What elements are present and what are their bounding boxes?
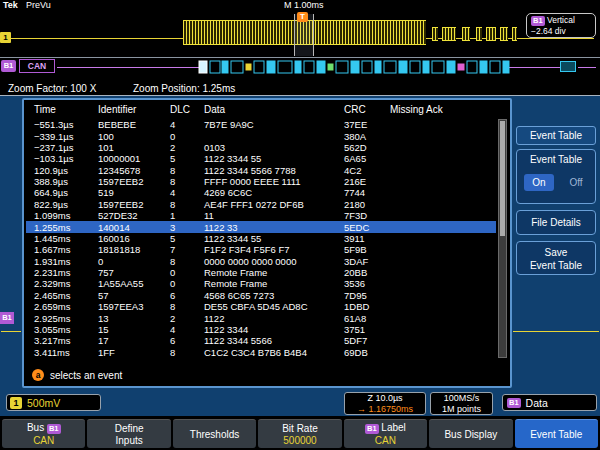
table-row[interactable]: 3.055ms1541122 33443751 — [26, 324, 496, 335]
table-row[interactable]: 120.9µs1234567881122 3344 5566 77884C2 — [26, 165, 496, 176]
bus-b1-badge: B1 — [531, 16, 545, 26]
cell-time: −103.1µs — [26, 153, 98, 164]
cell-identifier: 13 — [98, 313, 170, 324]
menu-button-event-table[interactable]: Event Table — [515, 419, 598, 448]
table-row[interactable]: 664.9µs51944269 6C6C7744 — [26, 187, 496, 198]
cell-identifier: 527DE32 — [98, 210, 170, 221]
cell-crc: 5EDC — [344, 222, 390, 233]
cell-data: 1122 3344 55 — [204, 153, 344, 164]
event-table-toggle-button[interactable]: Event Table On Off — [516, 149, 596, 204]
table-row[interactable]: −237.1µs10120103562D — [26, 142, 496, 153]
channel1-ground-marker[interactable]: 1 — [0, 32, 11, 43]
table-row[interactable]: 2.925ms132112261A8 — [26, 312, 496, 323]
cell-data: Remote Frame — [204, 278, 344, 289]
cell-time: 2.925ms — [26, 313, 98, 324]
menu-button-bus-display[interactable]: Bus Display — [429, 419, 512, 448]
scrollbar-thumb[interactable] — [500, 121, 505, 236]
cell-data: 4269 6C6C — [204, 187, 344, 198]
toggle-on-option[interactable]: On — [524, 174, 554, 191]
cell-identifier: 1FF — [98, 347, 170, 358]
channel1-burst-small — [432, 27, 438, 41]
can-decoded-packet — [560, 61, 576, 72]
oscilloscope-screen: Tek PreVu M 1.00ms T 1 B1 CAN — [0, 0, 600, 450]
waveform-area: Tek PreVu M 1.00ms T 1 B1 CAN — [0, 0, 600, 96]
bus-b1-badge: B1 — [365, 424, 379, 434]
top-status-bar: Tek PreVu M 1.00ms — [0, 0, 600, 11]
table-row[interactable]: 2.465ms5764568 6C65 72737D95 — [26, 290, 496, 301]
bus-b1-badge: B1 — [507, 398, 521, 408]
menu-button-bit-rate[interactable]: Bit Rate500000 — [258, 419, 341, 448]
cell-data: AE4F FFF1 0272 DF6B — [204, 199, 344, 210]
menu-button-label: Thresholds — [190, 429, 239, 440]
cell-data: 0103 — [204, 142, 344, 153]
cell-time: 3.217ms — [26, 335, 98, 346]
menu-button-label: Bus Display — [444, 429, 497, 440]
main-timebase-readout: M 1.00ms — [284, 0, 324, 10]
menu-button-thresholds[interactable]: Thresholds — [173, 419, 256, 448]
cell-data: 0000 0000 0000 0000 — [204, 256, 344, 267]
cell-crc: 5DF7 — [344, 335, 390, 346]
channel1-burst-small — [512, 27, 517, 41]
table-row[interactable]: 1.255ms14001431122 335EDC — [26, 221, 496, 232]
save-line1: Save — [517, 246, 595, 259]
cell-data: 1122 3344 — [204, 324, 344, 335]
sample-rate: 100MS/s — [431, 393, 492, 404]
waveform-bottom-divider — [0, 95, 600, 96]
table-row[interactable]: 388.9µs1597EEB28FFFF 0000 EEEE 1111216E — [26, 176, 496, 187]
column-header-crc: CRC — [344, 104, 390, 115]
cell-time: 664.9µs — [26, 187, 98, 198]
table-row[interactable]: 2.329ms1A55AA550Remote Frame3536 — [26, 278, 496, 289]
table-row[interactable]: 1.667ms181818187F1F2 F3F4 F5F6 F75F9B — [26, 244, 496, 255]
table-row[interactable]: 2.659ms1597EEA38DE55 CBFA 5D45 AD8C1DBD — [26, 301, 496, 312]
cell-dlc: 0 — [170, 267, 204, 278]
cell-dlc: 4 — [170, 119, 204, 130]
table-row[interactable]: 3.411ms1FF8C1C2 C3C4 B7B6 B4B469DB — [26, 347, 496, 358]
table-row[interactable]: 3.217ms1761122 3344 55665DF7 — [26, 335, 496, 346]
bus-b1-marker[interactable]: B1 — [1, 60, 16, 72]
cell-data: F1F2 F3F4 F5F6 F7 — [204, 244, 344, 255]
cell-crc: 3DAF — [344, 256, 390, 267]
channel1-burst-small — [486, 27, 496, 41]
table-row[interactable]: 1.931ms080000 0000 0000 00003DAF — [26, 256, 496, 267]
menu-button-label[interactable]: B1 LabelCAN — [344, 419, 427, 448]
cell-crc: 61A8 — [344, 313, 390, 324]
cell-dlc: 8 — [170, 176, 204, 187]
table-row[interactable]: −551.3µsBEBEBE47B7E 9A9C37EE — [26, 119, 496, 130]
table-row[interactable]: 1.099ms527DE321117F3D — [26, 210, 496, 221]
multipurpose-knob-a-icon: a — [32, 369, 44, 381]
cell-identifier: 140014 — [98, 222, 170, 233]
cell-data: 7B7E 9A9C — [204, 119, 344, 130]
table-scrollbar[interactable] — [498, 119, 507, 358]
knob-hint-text: selects an event — [50, 370, 122, 381]
table-row[interactable]: 822.9µs1597EEB28AE4F FFF1 0272 DF6B2180 — [26, 199, 496, 210]
cell-crc: 380A — [344, 131, 390, 142]
channel1-burst-small — [462, 27, 470, 41]
column-header-dlc: DLC — [170, 104, 204, 115]
cell-data: 4568 6C65 7273 — [204, 290, 344, 301]
cell-data: 1122 33 — [204, 222, 344, 233]
cell-dlc: 0 — [170, 131, 204, 142]
menu-button-bus[interactable]: Bus B1CAN — [2, 419, 85, 448]
table-row[interactable]: −103.1µs1000000151122 3344 556A65 — [26, 153, 496, 164]
trigger-position-marker[interactable]: T — [297, 12, 308, 22]
menu-button-define-inputs[interactable]: DefineInputs — [87, 419, 170, 448]
tek-logo: Tek — [3, 0, 18, 10]
cell-time: −339.1µs — [26, 131, 98, 142]
save-event-table-button[interactable]: Save Event Table — [516, 241, 596, 275]
zoom-factor-readout: Zoom Factor: 100 X — [8, 83, 96, 94]
table-row[interactable]: −339.1µs1000380A — [26, 130, 496, 141]
event-table-header: Time Identifier DLC Data CRC Missing Ack — [26, 104, 496, 115]
toggle-off-option[interactable]: Off — [561, 174, 591, 191]
bus-readout: B1 Data — [502, 394, 597, 411]
cell-dlc: 8 — [170, 165, 204, 176]
table-row[interactable]: 2.231ms7570Remote Frame20BB — [26, 267, 496, 278]
channel1-scale: 500mV — [27, 397, 60, 409]
cell-time: 3.055ms — [26, 324, 98, 335]
cell-time: 1.255ms — [26, 222, 98, 233]
file-details-button[interactable]: File Details — [516, 210, 596, 235]
cell-crc: 562D — [344, 142, 390, 153]
cell-time: −237.1µs — [26, 142, 98, 153]
menu-button-label: Event Table — [530, 429, 582, 440]
table-row[interactable]: 1.445ms16001651122 3344 553911 — [26, 233, 496, 244]
channel1-readout[interactable]: 1 500mV — [6, 394, 101, 411]
